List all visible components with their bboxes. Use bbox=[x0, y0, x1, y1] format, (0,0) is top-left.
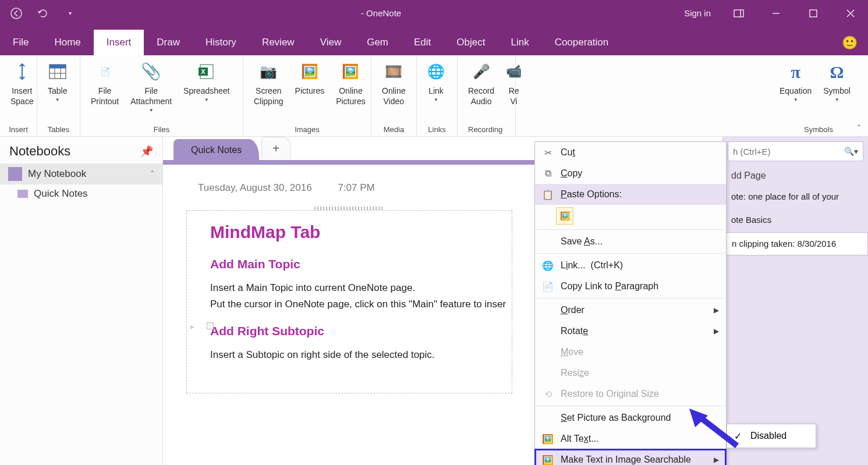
ctx-paste-options[interactable]: 📋Paste Options: bbox=[535, 184, 726, 205]
heading-1: MindMap Tab bbox=[210, 222, 494, 242]
excel-icon: X bbox=[198, 61, 215, 82]
picture-icon: 🖼️ bbox=[301, 61, 318, 82]
pictures-button[interactable]: 🖼️ Pictures bbox=[289, 58, 331, 96]
scissors-icon: ✂ bbox=[542, 147, 554, 158]
close-button[interactable] bbox=[833, 0, 868, 26]
menu-history[interactable]: History bbox=[193, 30, 249, 55]
collapse-ribbon-icon[interactable]: ˄ bbox=[857, 123, 861, 133]
section-item[interactable]: Quick Notes bbox=[0, 184, 162, 203]
chevron-down-icon: ▼ bbox=[793, 97, 798, 103]
link-button[interactable]: 🌐 Link ▼ bbox=[421, 58, 451, 104]
page-list-item[interactable]: n clipping taken: 8/30/2016 bbox=[723, 232, 868, 256]
submenu-disabled[interactable]: ✓ Disabled bbox=[727, 424, 816, 448]
back-button[interactable] bbox=[8, 5, 24, 22]
menu-cooperation[interactable]: Cooperation bbox=[542, 30, 622, 55]
minimize-button[interactable] bbox=[759, 0, 793, 26]
body-1: Insert a Main Topic into current OneNote… bbox=[210, 281, 494, 311]
mic-icon: 🎤 bbox=[473, 61, 490, 82]
notebook-item[interactable]: My Notebook ˄ bbox=[0, 164, 162, 184]
file-printout-button[interactable]: 📄 File Printout bbox=[85, 58, 125, 107]
ctx-copy[interactable]: ⧉Copy bbox=[535, 163, 726, 184]
chevron-right-icon: ▶ bbox=[714, 456, 719, 464]
insert-space-icon bbox=[15, 61, 29, 82]
pages-panel: 🔍▾ dd Page ote: one place for all of you… bbox=[722, 137, 868, 465]
ctx-resize: Resize bbox=[535, 363, 726, 384]
ctx-copy-link-paragraph[interactable]: 📄Copy Link to Paragraph bbox=[535, 276, 726, 297]
insert-space-button[interactable]: Insert Space bbox=[5, 58, 40, 107]
menu-home[interactable]: Home bbox=[41, 30, 93, 55]
chevron-down-icon: ▼ bbox=[55, 97, 60, 103]
menu-review[interactable]: Review bbox=[249, 30, 307, 55]
online-video-button[interactable]: 🎞️ Online Video bbox=[376, 58, 411, 107]
submenu: ✓ Disabled bbox=[727, 424, 816, 448]
search-icon[interactable]: 🔍▾ bbox=[844, 147, 858, 156]
signin-link[interactable]: Sign in bbox=[676, 8, 719, 18]
menu-draw[interactable]: Draw bbox=[144, 30, 193, 55]
heading-2b: Add Right Subtopic bbox=[210, 324, 494, 338]
menu-object[interactable]: Object bbox=[444, 30, 498, 55]
clipboard-icon: 📋 bbox=[542, 189, 554, 200]
svg-rect-12 bbox=[49, 65, 66, 68]
online-pictures-button[interactable]: 🖼️ Online Pictures bbox=[330, 58, 371, 107]
table-button[interactable]: Table ▼ bbox=[42, 58, 73, 104]
screen-clipping-button[interactable]: 📷 Screen Clipping bbox=[248, 58, 289, 107]
menu-file[interactable]: File bbox=[0, 30, 41, 55]
omega-icon: Ω bbox=[830, 61, 844, 82]
add-page-button[interactable]: dd Page bbox=[723, 166, 868, 186]
feedback-icon[interactable]: 🙂 bbox=[842, 36, 858, 51]
page-date: Tuesday, August 30, 2016 bbox=[198, 182, 312, 193]
ctx-link[interactable]: 🌐Link... (Ctrl+K) bbox=[535, 255, 726, 276]
chevron-down-icon: ▼ bbox=[835, 97, 839, 103]
ctx-rotate[interactable]: Rotate▶ bbox=[535, 321, 726, 342]
menu-link[interactable]: Link bbox=[498, 30, 541, 55]
search-box[interactable]: 🔍▾ bbox=[728, 141, 863, 161]
page-list-item[interactable]: ote: one place for all of your bbox=[723, 186, 868, 209]
ribbon: Insert Space Insert Table ▼ Tables 📄 Fil… bbox=[0, 55, 868, 137]
qat-customize[interactable]: ▾ bbox=[62, 5, 78, 22]
undo-button[interactable] bbox=[35, 5, 51, 22]
page-list-item[interactable]: ote Basics bbox=[723, 209, 868, 232]
note-container[interactable]: MindMap Tab Add Main Topic Insert a Main… bbox=[186, 210, 512, 393]
menu-insert[interactable]: Insert bbox=[94, 30, 144, 55]
ctx-make-searchable[interactable]: 🖼️Make Text in Image Searchable▶ bbox=[535, 449, 726, 465]
ctx-cut[interactable]: ✂Cut bbox=[535, 142, 726, 163]
ctx-restore: ⟲Restore to Original Size bbox=[535, 384, 726, 404]
equation-button[interactable]: π Equation ▼ bbox=[774, 58, 817, 104]
link-icon: 📄 bbox=[542, 281, 554, 292]
table-icon bbox=[49, 61, 66, 82]
file-attachment-button[interactable]: 📎 File Attachment ▼ bbox=[125, 58, 178, 114]
record-audio-button[interactable]: 🎤 Record Audio bbox=[462, 58, 500, 107]
alt-text-icon: 🖼️ bbox=[542, 434, 554, 445]
svg-point-0 bbox=[11, 8, 22, 19]
svg-rect-3 bbox=[810, 10, 817, 17]
menu-view[interactable]: View bbox=[307, 30, 355, 55]
body-2: Insert a Subtopic on right side of the s… bbox=[210, 347, 494, 363]
online-picture-icon: 🖼️ bbox=[342, 61, 359, 82]
chevron-down-icon: ▼ bbox=[204, 97, 209, 103]
tab-quick-notes[interactable]: Quick Notes bbox=[173, 139, 259, 160]
paragraph-handle-icon[interactable] bbox=[207, 322, 214, 329]
symbol-button[interactable]: Ω Symbol ▼ bbox=[817, 58, 856, 104]
app-title: - OneNote bbox=[86, 8, 676, 18]
paste-option-picture[interactable]: 🖼️ bbox=[556, 207, 573, 225]
context-menu: ✂Cut ⧉Copy 📋Paste Options: 🖼️ Save As...… bbox=[534, 141, 727, 465]
add-section-button[interactable]: + bbox=[261, 137, 290, 160]
pin-icon[interactable]: 📌 bbox=[140, 145, 153, 158]
ctx-set-background[interactable]: Set Picture as Background bbox=[535, 407, 726, 428]
drag-handle[interactable] bbox=[314, 207, 384, 210]
notebooks-title: Notebooks bbox=[9, 144, 70, 159]
ctx-alt-text[interactable]: 🖼️Alt Text... bbox=[535, 428, 726, 449]
title-bar: ▾ - OneNote Sign in bbox=[0, 0, 868, 26]
paragraph-grip-icon[interactable] bbox=[190, 322, 201, 331]
ctx-save-as[interactable]: Save As... bbox=[535, 231, 726, 252]
spreadsheet-button[interactable]: X Spreadsheet ▼ bbox=[178, 58, 235, 104]
page-time: 7:07 PM bbox=[338, 182, 374, 193]
menu-edit[interactable]: Edit bbox=[401, 30, 444, 55]
search-input[interactable] bbox=[733, 147, 832, 157]
maximize-button[interactable] bbox=[796, 0, 831, 26]
restore-icon: ⟲ bbox=[542, 389, 554, 400]
ribbon-display-options[interactable] bbox=[721, 0, 756, 26]
menu-gem[interactable]: Gem bbox=[354, 30, 401, 55]
ctx-order[interactable]: Order▶ bbox=[535, 300, 726, 321]
menu-row: File Home Insert Draw History Review Vie… bbox=[0, 26, 868, 55]
